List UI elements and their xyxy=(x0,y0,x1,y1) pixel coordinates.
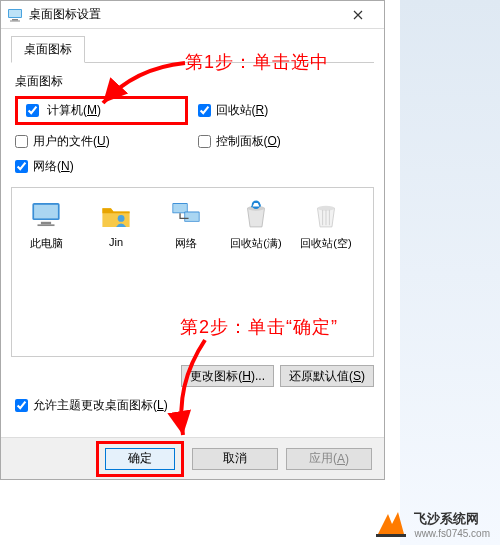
preview-item-user[interactable]: Jin xyxy=(90,198,142,251)
preview-label: Jin xyxy=(109,236,123,248)
checkbox-userfiles[interactable] xyxy=(15,135,28,148)
watermark-name: 飞沙系统网 xyxy=(414,510,490,528)
preview-label: 回收站(满) xyxy=(230,236,281,251)
svg-rect-5 xyxy=(34,205,58,219)
group-title: 桌面图标 xyxy=(15,73,374,90)
checkbox-recyclebin[interactable] xyxy=(198,104,211,117)
label-network: 网络(N) xyxy=(33,158,74,175)
label-computer: 计算机(M) xyxy=(47,102,101,119)
watermark-url: www.fs0745.com xyxy=(414,528,490,539)
svg-rect-1 xyxy=(9,10,21,17)
checkbox-controlpanel[interactable] xyxy=(198,135,211,148)
dialog-button-bar: 确定 取消 应用(A) xyxy=(1,437,384,479)
watermark-logo-icon xyxy=(376,509,406,539)
svg-rect-2 xyxy=(12,19,18,21)
restore-default-button[interactable]: 还原默认值(S) xyxy=(280,365,374,387)
label-controlpanel: 控制面板(O) xyxy=(216,133,281,150)
close-button[interactable] xyxy=(338,3,378,27)
preview-item-bin-empty[interactable]: 回收站(空) xyxy=(300,198,352,251)
settings-dialog: 桌面图标设置 桌面图标 桌面图标 计算机(M) 回收站(R) 用户的文件(U) xyxy=(0,0,385,480)
svg-rect-10 xyxy=(173,204,187,213)
monitor-icon xyxy=(7,7,23,23)
highlight-ok-button: 确定 xyxy=(96,441,184,477)
cancel-button[interactable]: 取消 xyxy=(192,448,278,470)
svg-rect-16 xyxy=(376,534,406,537)
preview-label: 此电脑 xyxy=(30,236,63,251)
icon-preview-panel: 此电脑 Jin 网络 回收站(满) 回收站(空) xyxy=(11,187,374,357)
preview-label: 回收站(空) xyxy=(300,236,351,251)
window-title: 桌面图标设置 xyxy=(29,6,338,23)
preview-item-bin-full[interactable]: 回收站(满) xyxy=(230,198,282,251)
label-recyclebin: 回收站(R) xyxy=(216,102,269,119)
highlight-computer-checkbox: 计算机(M) xyxy=(15,96,188,125)
checkbox-computer[interactable] xyxy=(26,104,39,117)
ok-button[interactable]: 确定 xyxy=(105,448,175,470)
apply-button[interactable]: 应用(A) xyxy=(286,448,372,470)
watermark: 飞沙系统网 www.fs0745.com xyxy=(376,509,490,539)
label-userfiles: 用户的文件(U) xyxy=(33,133,110,150)
preview-label: 网络 xyxy=(175,236,197,251)
svg-rect-3 xyxy=(10,20,20,21)
preview-item-network[interactable]: 网络 xyxy=(160,198,212,251)
checkbox-network[interactable] xyxy=(15,160,28,173)
svg-point-8 xyxy=(118,215,125,222)
svg-rect-6 xyxy=(41,222,51,225)
preview-item-pc[interactable]: 此电脑 xyxy=(20,198,72,251)
svg-rect-7 xyxy=(38,224,55,226)
change-icon-button[interactable]: 更改图标(H)... xyxy=(181,365,274,387)
tab-desktop-icons[interactable]: 桌面图标 xyxy=(11,36,85,63)
checkbox-allow-themes[interactable] xyxy=(15,399,28,412)
title-bar: 桌面图标设置 xyxy=(1,1,384,29)
svg-rect-12 xyxy=(185,212,199,221)
label-allow-themes: 允许主题更改桌面图标(L) xyxy=(33,397,168,414)
